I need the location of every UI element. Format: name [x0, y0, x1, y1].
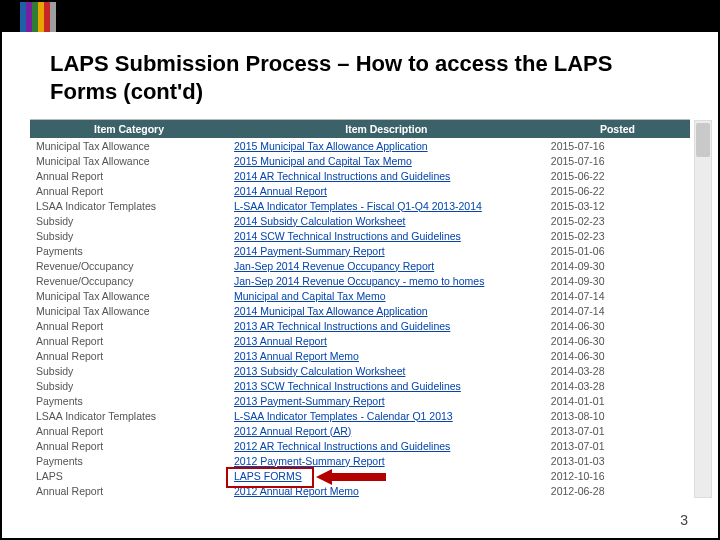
table-row: Annual Report2013 Annual Report2014-06-3…: [30, 333, 690, 348]
stripe: [50, 2, 56, 32]
slide: LAPS Submission Process – How to access …: [0, 0, 720, 540]
table-row: Municipal Tax Allowance2015 Municipal Ta…: [30, 138, 690, 153]
cell-posted: 2013-01-03: [545, 453, 690, 468]
table-header-row: Item Category Item Description Posted: [30, 120, 690, 138]
cell-posted: 2014-03-28: [545, 363, 690, 378]
cell-description-link[interactable]: 2014 SCW Technical Instructions and Guid…: [228, 228, 545, 243]
slide-title: LAPS Submission Process – How to access …: [2, 32, 718, 113]
table-row: Annual Report2012 Annual Report (AR)2013…: [30, 423, 690, 438]
cell-description-link[interactable]: 2014 Municipal Tax Allowance Application: [228, 303, 545, 318]
cell-posted: 2014-06-30: [545, 333, 690, 348]
table-row: Municipal Tax AllowanceMunicipal and Cap…: [30, 288, 690, 303]
cell-description-link[interactable]: 2014 AR Technical Instructions and Guide…: [228, 168, 545, 183]
table-row: Subsidy2014 Subsidy Calculation Workshee…: [30, 213, 690, 228]
cell-description-link[interactable]: L-SAA Indicator Templates - Fiscal Q1-Q4…: [228, 198, 545, 213]
cell-category: Subsidy: [30, 363, 228, 378]
table-row: Annual Report2013 AR Technical Instructi…: [30, 318, 690, 333]
callout-arrow: [316, 469, 386, 485]
cell-posted: 2014-03-28: [545, 378, 690, 393]
cell-description-link[interactable]: 2015 Municipal and Capital Tax Memo: [228, 153, 545, 168]
cell-category: Subsidy: [30, 213, 228, 228]
col-header-description: Item Description: [228, 120, 545, 138]
cell-posted: 2014-07-14: [545, 288, 690, 303]
cell-posted: 2012-06-28: [545, 483, 690, 498]
table-row: Annual Report2012 Annual Report Memo2012…: [30, 483, 690, 498]
cell-description-link[interactable]: 2013 Annual Report Memo: [228, 348, 545, 363]
table-body: Municipal Tax Allowance2015 Municipal Ta…: [30, 138, 690, 498]
scrollbar-thumb[interactable]: [696, 123, 710, 157]
cell-posted: 2014-09-30: [545, 258, 690, 273]
cell-description-link[interactable]: 2012 AR Technical Instructions and Guide…: [228, 438, 545, 453]
cell-category: Annual Report: [30, 438, 228, 453]
cell-posted: 2012-10-16: [545, 468, 690, 483]
table-row: Payments2013 Payment-Summary Report2014-…: [30, 393, 690, 408]
cell-description-link[interactable]: 2015 Municipal Tax Allowance Application: [228, 138, 545, 153]
table-row: LSAA Indicator TemplatesL-SAA Indicator …: [30, 408, 690, 423]
cell-posted: 2013-07-01: [545, 438, 690, 453]
cell-description-link[interactable]: 2013 AR Technical Instructions and Guide…: [228, 318, 545, 333]
cell-description-link[interactable]: LAPS FORMS: [228, 468, 545, 483]
cell-category: Annual Report: [30, 348, 228, 363]
cell-category: LSAA Indicator Templates: [30, 408, 228, 423]
top-bar: [2, 2, 718, 32]
cell-posted: 2015-02-23: [545, 213, 690, 228]
cell-posted: 2014-06-30: [545, 348, 690, 363]
cell-description-link[interactable]: 2014 Payment-Summary Report: [228, 243, 545, 258]
table-row: Subsidy2013 Subsidy Calculation Workshee…: [30, 363, 690, 378]
cell-category: Revenue/Occupancy: [30, 273, 228, 288]
cell-posted: 2015-03-12: [545, 198, 690, 213]
cell-description-link[interactable]: 2014 Annual Report: [228, 183, 545, 198]
cell-category: Annual Report: [30, 483, 228, 498]
table-row: Revenue/OccupancyJan-Sep 2014 Revenue Oc…: [30, 273, 690, 288]
cell-posted: 2015-07-16: [545, 153, 690, 168]
cell-description-link[interactable]: Municipal and Capital Tax Memo: [228, 288, 545, 303]
table-row: Revenue/OccupancyJan-Sep 2014 Revenue Oc…: [30, 258, 690, 273]
table-row: Annual Report2014 Annual Report2015-06-2…: [30, 183, 690, 198]
forms-table: Item Category Item Description Posted Mu…: [30, 120, 690, 498]
cell-posted: 2013-08-10: [545, 408, 690, 423]
cell-description-link[interactable]: 2012 Payment-Summary Report: [228, 453, 545, 468]
cell-posted: 2014-07-14: [545, 303, 690, 318]
cell-posted: 2015-02-23: [545, 228, 690, 243]
table-row: Subsidy2014 SCW Technical Instructions a…: [30, 228, 690, 243]
cell-posted: 2015-06-22: [545, 168, 690, 183]
cell-category: Annual Report: [30, 333, 228, 348]
cell-posted: 2014-06-30: [545, 318, 690, 333]
cell-posted: 2014-09-30: [545, 273, 690, 288]
cell-category: Payments: [30, 393, 228, 408]
table-row: LSAA Indicator TemplatesL-SAA Indicator …: [30, 198, 690, 213]
table-row: Subsidy2013 SCW Technical Instructions a…: [30, 378, 690, 393]
cell-category: Payments: [30, 453, 228, 468]
color-stripes: [20, 2, 56, 32]
cell-posted: 2015-06-22: [545, 183, 690, 198]
cell-category: Annual Report: [30, 168, 228, 183]
col-header-category: Item Category: [30, 120, 228, 138]
cell-category: Subsidy: [30, 378, 228, 393]
cell-category: Revenue/Occupancy: [30, 258, 228, 273]
cell-category: Annual Report: [30, 183, 228, 198]
table-row: Municipal Tax Allowance2014 Municipal Ta…: [30, 303, 690, 318]
cell-description-link[interactable]: 2013 Subsidy Calculation Worksheet: [228, 363, 545, 378]
table-row: Annual Report2014 AR Technical Instructi…: [30, 168, 690, 183]
cell-description-link[interactable]: 2013 Annual Report: [228, 333, 545, 348]
cell-category: LAPS: [30, 468, 228, 483]
cell-description-link[interactable]: Jan-Sep 2014 Revenue Occupancy - memo to…: [228, 273, 545, 288]
table-row: Payments2014 Payment-Summary Report2015-…: [30, 243, 690, 258]
table-row: Annual Report2013 Annual Report Memo2014…: [30, 348, 690, 363]
cell-description-link[interactable]: 2012 Annual Report (AR): [228, 423, 545, 438]
table-row: Payments2012 Payment-Summary Report2013-…: [30, 453, 690, 468]
cell-description-link[interactable]: 2014 Subsidy Calculation Worksheet: [228, 213, 545, 228]
arrow-head-icon: [316, 469, 332, 485]
col-header-posted: Posted: [545, 120, 690, 138]
cell-description-link[interactable]: 2012 Annual Report Memo: [228, 483, 545, 498]
cell-category: Payments: [30, 243, 228, 258]
cell-description-link[interactable]: Jan-Sep 2014 Revenue Occupancy Report: [228, 258, 545, 273]
cell-posted: 2015-01-06: [545, 243, 690, 258]
cell-category: Annual Report: [30, 318, 228, 333]
cell-description-link[interactable]: L-SAA Indicator Templates - Calendar Q1 …: [228, 408, 545, 423]
cell-category: Municipal Tax Allowance: [30, 288, 228, 303]
scrollbar[interactable]: [694, 120, 712, 498]
cell-description-link[interactable]: 2013 Payment-Summary Report: [228, 393, 545, 408]
table-container: Item Category Item Description Posted Mu…: [30, 119, 690, 498]
cell-description-link[interactable]: 2013 SCW Technical Instructions and Guid…: [228, 378, 545, 393]
